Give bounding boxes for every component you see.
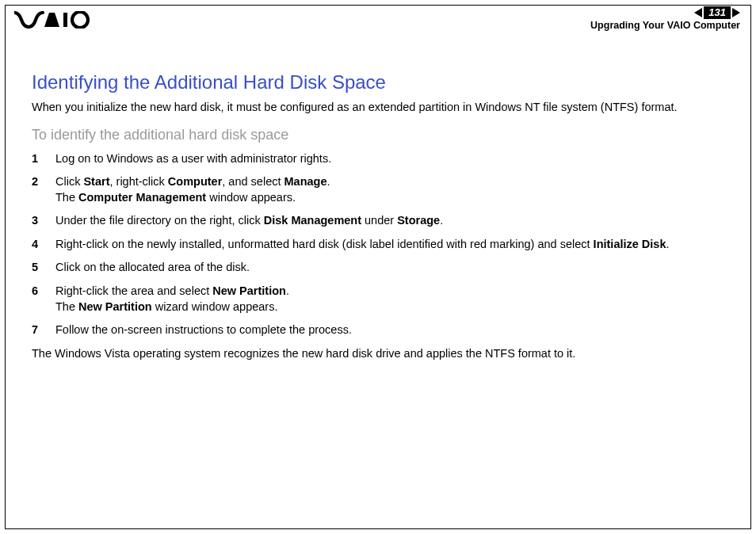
svg-rect-0 [63, 13, 67, 27]
step-item: Log on to Windows as a user with adminis… [32, 151, 724, 167]
step-item: Click on the allocated area of the disk. [32, 260, 724, 276]
page-nav: 131 [590, 6, 740, 19]
page-number: 131 [704, 6, 731, 19]
step-item: Under the file directory on the right, c… [32, 213, 724, 229]
section-name: Upgrading Your VAIO Computer [590, 20, 740, 31]
vaio-logo [14, 11, 94, 29]
svg-point-1 [72, 12, 88, 28]
prev-page-arrow-icon[interactable] [694, 8, 702, 17]
intro-paragraph: When you initialize the new hard disk, i… [32, 100, 724, 116]
page-header: 131 Upgrading Your VAIO Computer [5, 5, 751, 36]
step-item: Right-click on the newly installed, unfo… [32, 237, 724, 253]
outro-paragraph: The Windows Vista operating system recog… [32, 346, 724, 362]
header-right: 131 Upgrading Your VAIO Computer [590, 6, 740, 31]
step-item: Right-click the area and select New Part… [32, 284, 724, 315]
step-item: Click Start, right-click Computer, and s… [32, 174, 724, 205]
page-title: Identifying the Additional Hard Disk Spa… [32, 71, 724, 93]
step-item: Follow the on-screen instructions to com… [32, 322, 724, 338]
steps-list: Log on to Windows as a user with adminis… [32, 151, 724, 338]
subheading: To identify the additional hard disk spa… [32, 127, 724, 143]
page-content: Identifying the Additional Hard Disk Spa… [32, 71, 724, 361]
next-page-arrow-icon[interactable] [732, 8, 740, 17]
